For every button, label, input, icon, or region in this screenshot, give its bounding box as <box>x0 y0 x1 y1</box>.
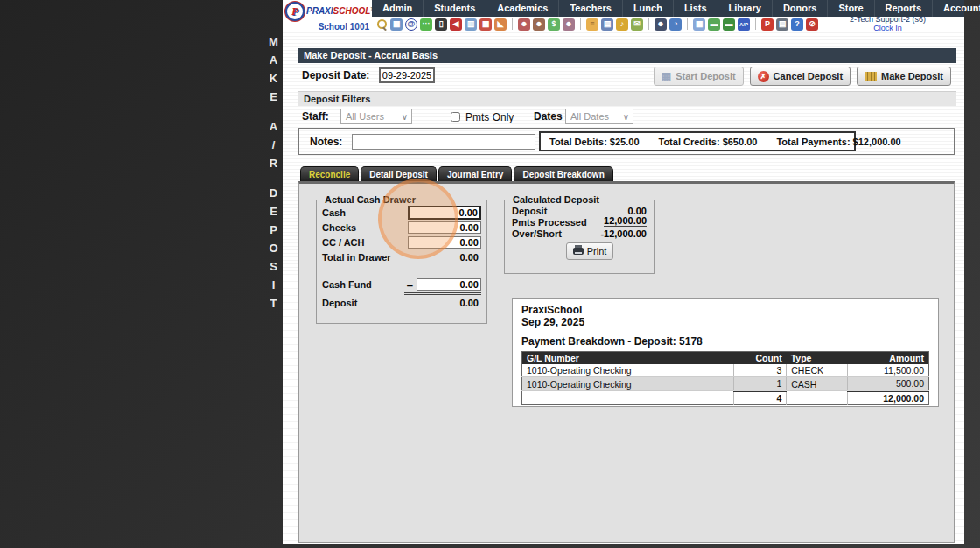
nav-item-lunch[interactable]: Lunch <box>623 0 674 17</box>
print-button[interactable]: Print <box>566 242 614 260</box>
toolbar-divider <box>755 18 756 30</box>
calc-deposit-value: 0.00 <box>628 206 647 216</box>
megaphone-icon[interactable]: ◣ <box>494 18 507 31</box>
tab-detail-deposit[interactable]: Detail Deposit <box>360 166 437 182</box>
bell-icon[interactable]: ♪ <box>616 18 628 31</box>
print-label: Print <box>587 246 607 256</box>
chat-icon[interactable]: ··· <box>420 18 432 31</box>
nav-item-lists[interactable]: Lists <box>674 0 718 17</box>
cell-type: CASH <box>787 377 848 391</box>
total-payments: Total Payments: $12,000.00 <box>776 137 900 147</box>
sidebar-word: DEPOSIT <box>267 186 280 315</box>
make-deposit-button[interactable]: Make Deposit <box>857 67 951 86</box>
family-icon[interactable]: ☻ <box>563 18 575 31</box>
staff-select-value: All Users <box>346 111 384 122</box>
printer-icon <box>573 248 584 255</box>
total-debits: Total Debits: $25.00 <box>550 137 640 147</box>
nav-item-accounting[interactable]: Accounting <box>933 0 980 17</box>
cc-ach-label: CC / ACH <box>322 237 408 248</box>
pmts-only-label: Pmts Only <box>466 111 514 123</box>
dates-select[interactable]: All Dates ∨ <box>565 109 634 124</box>
sidebar-word: MAKE <box>267 35 280 109</box>
table-grid-icon[interactable]: ▦ <box>693 18 705 31</box>
nav-item-academics[interactable]: Academics <box>486 0 559 17</box>
staff-select[interactable]: All Users ∨ <box>340 109 412 124</box>
table-header-row: G/L Number Count Type Amount <box>522 352 929 365</box>
cash-card-icon[interactable]: ▬ <box>708 18 720 31</box>
tab-deposit-breakdown[interactable]: Deposit Breakdown <box>514 166 612 182</box>
cell-amount: 11,500.00 <box>847 364 928 377</box>
nav-item-admin[interactable]: Admin <box>372 0 424 17</box>
checks-input[interactable] <box>408 221 481 234</box>
notes-input[interactable] <box>352 134 536 150</box>
cash-row: Cash <box>322 206 481 220</box>
calendar-icon[interactable]: ▦ <box>480 18 492 31</box>
nav-item-donors[interactable]: Donors <box>773 0 829 17</box>
total-amount: 12,000.00 <box>847 391 928 405</box>
cell-count: 1 <box>733 377 786 391</box>
lunch-icon[interactable]: ≡ <box>586 18 598 31</box>
staff-icon[interactable]: ☻ <box>654 18 667 31</box>
page-title: Make Deposit - Accrual Basis <box>298 48 956 63</box>
logout-stop-icon[interactable]: ⊘ <box>806 18 818 31</box>
cancel-deposit-button[interactable]: ✗ Cancel Deposit <box>750 67 850 86</box>
col-type: Type <box>787 352 848 365</box>
cash-drawer-icon[interactable]: ▬ <box>723 18 735 31</box>
printer-icon[interactable]: ▤ <box>776 18 788 31</box>
cell-gl: 1010-Operating Checking <box>522 377 734 391</box>
send-mail-icon[interactable]: ✉ <box>631 18 643 31</box>
cell-type: CHECK <box>787 364 848 377</box>
cash-fund-input[interactable] <box>416 278 481 291</box>
tab-reconcile[interactable]: Reconcile <box>300 166 359 182</box>
deposit-date-input[interactable] <box>379 67 435 83</box>
main-content: P PRAXISCHOOLTM School 1001 AdminStudent… <box>283 0 964 544</box>
cc-ach-input[interactable] <box>408 236 481 249</box>
over-short-label: Over/Short <box>512 228 600 239</box>
accounts-payable-icon[interactable]: A/P <box>738 18 750 31</box>
actual-cash-drawer-legend: Actual Cash Drawer <box>322 194 418 205</box>
app-logo: P PRAXISCHOOLTM School 1001 <box>283 0 372 32</box>
nav-item-students[interactable]: Students <box>424 0 486 17</box>
student-icon[interactable]: ☻ <box>533 18 545 31</box>
report-date: Sep 29, 2025 <box>522 316 929 328</box>
breakdown-table: G/L Number Count Type Amount 1010-Operat… <box>522 351 929 405</box>
search-icon[interactable] <box>375 18 388 31</box>
user-name: 2-Tech Support-2 (s6) <box>850 16 926 24</box>
report-title: Payment Breakdown - Deposit: 5178 <box>522 335 929 348</box>
start-deposit-button[interactable]: ▦ Start Deposit <box>654 67 744 86</box>
speaker-icon[interactable]: ◀ <box>450 18 462 31</box>
time-clock-icon[interactable]: ◔ <box>669 18 682 31</box>
payment-icon[interactable]: $ <box>548 18 560 31</box>
table-row: 1010-Operating Checking 1 CASH 500.00 <box>522 377 929 391</box>
start-deposit-label: Start Deposit <box>676 71 735 81</box>
calculated-deposit-group: Calculated Deposit Deposit 0.00 Pmts Pro… <box>504 194 654 274</box>
tab-journal-entry[interactable]: Journal Entry <box>438 166 512 182</box>
actual-cash-drawer-group: Actual Cash Drawer Cash Checks CC / ACH … <box>316 194 487 324</box>
pdf-icon[interactable]: P <box>761 18 774 31</box>
icon-toolbar: ▦@···▯◀▥▦◣☻☻$☻≡▤♪✉☻◔▦▬▬A/PP▤?⊘ 2-Tech Su… <box>372 17 964 32</box>
deposit-value: 0.00 <box>404 298 481 308</box>
nav-item-library[interactable]: Library <box>718 0 773 17</box>
pmts-only-checkbox[interactable] <box>451 112 460 122</box>
cash-input[interactable] <box>408 206 481 220</box>
calculated-deposit-legend: Calculated Deposit <box>510 194 602 205</box>
toolbar-divider <box>512 18 513 30</box>
cell-gl: 1010-Operating Checking <box>522 364 734 377</box>
toolbar-divider <box>648 18 649 30</box>
library-icon[interactable]: ▤ <box>601 18 613 31</box>
pmts-processed-value: 12,000.00 <box>604 215 647 228</box>
nav-item-teachers[interactable]: Teachers <box>559 0 623 17</box>
sidebar-word: A/R <box>267 120 280 175</box>
deposit-filters-header: Deposit Filters <box>298 91 956 106</box>
tab-bar: Reconcile Detail Deposit Journal Entry D… <box>300 166 613 182</box>
email-icon[interactable]: @ <box>405 18 417 31</box>
report-chart-icon[interactable]: ▥ <box>465 18 477 31</box>
mobile-phone-icon[interactable]: ▯ <box>435 18 447 31</box>
help-icon[interactable]: ? <box>791 18 803 31</box>
clock-in-link[interactable]: Clock In <box>873 25 902 32</box>
deposit-date-label: Deposit Date: <box>302 69 369 81</box>
calendar-grid-icon[interactable]: ▦ <box>390 18 402 31</box>
checks-label: Checks <box>322 222 408 233</box>
add-student-icon[interactable]: ☻ <box>518 18 530 31</box>
sidebar-vertical-label: MAKEA/RDEPOSIT <box>267 35 280 315</box>
